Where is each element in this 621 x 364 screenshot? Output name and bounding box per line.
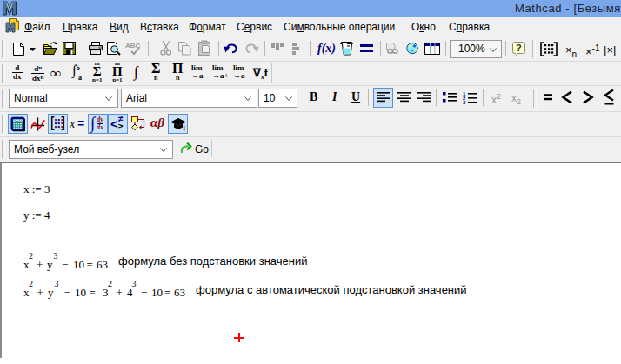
svg-text:3: 3: [463, 100, 466, 105]
svg-text:?: ?: [516, 43, 522, 53]
